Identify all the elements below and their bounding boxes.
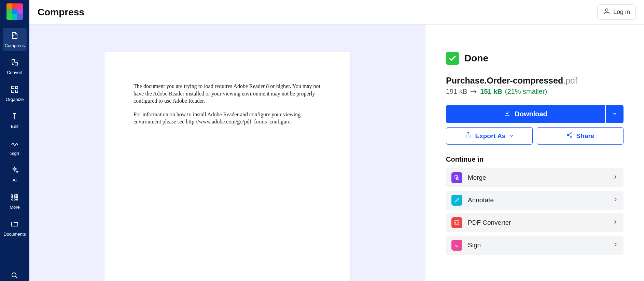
svg-point-13 bbox=[12, 273, 16, 277]
svg-rect-2 bbox=[12, 90, 14, 92]
continue-item-pdf-converter[interactable]: PDF Converter bbox=[446, 213, 624, 232]
filename-ext: .pdf bbox=[563, 76, 577, 85]
document-preview-pane[interactable]: The document you are trying to load requ… bbox=[29, 25, 425, 281]
continue-list: MergeAnnotatePDF ConverterSign bbox=[446, 168, 624, 255]
document-page: The document you are trying to load requ… bbox=[104, 52, 350, 281]
organize-icon bbox=[11, 85, 19, 95]
filename: Purchase.Order-compressed.pdf bbox=[446, 76, 624, 86]
svg-rect-0 bbox=[12, 86, 14, 89]
sidebar-item-compress[interactable]: Compress bbox=[3, 28, 27, 51]
svg-rect-18 bbox=[455, 176, 458, 178]
export-as-button[interactable]: Export As bbox=[446, 127, 533, 145]
edit-icon bbox=[11, 112, 19, 122]
sidebar-item-label: Convert bbox=[7, 70, 23, 75]
sidebar-item-label: Edit bbox=[11, 124, 18, 129]
app-logo[interactable] bbox=[6, 3, 23, 20]
svg-point-8 bbox=[14, 196, 15, 198]
share-icon bbox=[566, 132, 573, 140]
svg-point-12 bbox=[16, 199, 18, 200]
svg-point-14 bbox=[605, 9, 608, 11]
content: The document you are trying to load requ… bbox=[29, 25, 644, 281]
svg-point-6 bbox=[16, 194, 18, 195]
chevron-right-icon bbox=[613, 242, 618, 249]
user-icon bbox=[603, 8, 611, 17]
result-pane: Done Purchase.Order-compressed.pdf 191 k… bbox=[425, 25, 644, 281]
size-new: 151 kB bbox=[480, 88, 502, 95]
secondary-actions: Export As Share bbox=[446, 127, 624, 145]
svg-rect-3 bbox=[15, 90, 18, 92]
svg-point-11 bbox=[14, 199, 15, 200]
sidebar-item-convert[interactable]: Convert bbox=[3, 55, 27, 78]
continue-item-merge[interactable]: Merge bbox=[446, 168, 624, 187]
download-icon bbox=[504, 110, 510, 118]
sidebar-item-label: Organize bbox=[6, 97, 24, 102]
export-label: Export As bbox=[475, 132, 505, 140]
folder-icon bbox=[11, 220, 19, 230]
sidebar-item-ai[interactable]: AI bbox=[3, 163, 27, 186]
page-title: Compress bbox=[38, 7, 84, 18]
svg-point-10 bbox=[12, 199, 13, 200]
sidebar-item-organize[interactable]: Organize bbox=[3, 82, 27, 105]
annotate-icon bbox=[451, 195, 462, 206]
filename-base[interactable]: Purchase.Order-compressed bbox=[446, 76, 563, 86]
sidebar-item-label: Documents bbox=[3, 232, 26, 237]
ai-sparkle-icon bbox=[11, 166, 19, 176]
sidebar-item-edit[interactable]: Edit bbox=[3, 109, 27, 132]
sidebar-item-documents[interactable]: Documents bbox=[3, 217, 27, 239]
sidebar-item-label: More bbox=[10, 205, 20, 210]
continue-heading: Continue in bbox=[446, 156, 624, 163]
sign-icon bbox=[451, 240, 462, 251]
sidebar-item-label: AI bbox=[13, 178, 17, 183]
sidebar-item-more[interactable]: More bbox=[3, 190, 27, 212]
continue-item-annotate[interactable]: Annotate bbox=[446, 191, 624, 210]
login-label: Log in bbox=[613, 9, 630, 16]
login-button[interactable]: Log in bbox=[597, 4, 636, 20]
more-grid-icon bbox=[11, 193, 19, 203]
download-dropdown-button[interactable] bbox=[606, 105, 624, 123]
size-old: 191 kB bbox=[446, 88, 467, 95]
svg-point-5 bbox=[14, 194, 15, 195]
svg-rect-1 bbox=[15, 86, 18, 89]
svg-point-9 bbox=[16, 196, 18, 198]
svg-point-4 bbox=[12, 194, 13, 195]
sidebar-item-label: Compress bbox=[4, 43, 25, 48]
chevron-down-icon bbox=[612, 110, 618, 118]
compress-icon bbox=[11, 31, 19, 41]
check-icon bbox=[446, 52, 459, 65]
sign-icon bbox=[11, 139, 19, 149]
continue-item-label: PDF Converter bbox=[468, 219, 511, 226]
chevron-right-icon bbox=[613, 219, 618, 226]
share-label: Share bbox=[576, 132, 594, 140]
sidebar-item-label: Sign bbox=[10, 151, 19, 156]
sidebar-item-sign[interactable]: Sign bbox=[3, 136, 27, 159]
continue-item-label: Merge bbox=[468, 174, 486, 181]
download-button[interactable]: Download bbox=[446, 105, 605, 123]
caret-down-icon bbox=[509, 132, 514, 140]
status-label: Done bbox=[464, 53, 488, 64]
svg-point-7 bbox=[12, 196, 13, 198]
topbar: Compress Log in bbox=[29, 0, 644, 25]
chevron-right-icon bbox=[613, 174, 618, 181]
continue-item-label: Annotate bbox=[468, 196, 494, 204]
arrow-right-icon bbox=[470, 89, 477, 94]
download-row: Download bbox=[446, 105, 624, 123]
status-row: Done bbox=[446, 52, 624, 65]
continue-item-label: Sign bbox=[468, 241, 481, 249]
continue-item-sign[interactable]: Sign bbox=[446, 236, 624, 255]
share-button[interactable]: Share bbox=[537, 127, 624, 145]
merge-icon bbox=[451, 172, 462, 183]
document-paragraph: The document you are trying to load requ… bbox=[134, 83, 321, 105]
export-icon bbox=[465, 132, 472, 140]
sidebar-item-search[interactable] bbox=[3, 268, 27, 281]
sidebar: Compress Convert Organize Edit Sign AI bbox=[0, 0, 29, 281]
size-info: 191 kB 151 kB (21% smaller) bbox=[446, 88, 624, 95]
search-icon bbox=[11, 271, 19, 281]
size-percent: (21% smaller) bbox=[505, 88, 547, 95]
main-area: Compress Log in The document you are try… bbox=[29, 0, 644, 281]
document-paragraph: For information on how to install Adobe … bbox=[134, 111, 321, 125]
convert-icon bbox=[11, 58, 19, 68]
pdf-converter-icon bbox=[451, 217, 462, 228]
chevron-right-icon bbox=[613, 197, 618, 204]
download-label: Download bbox=[515, 110, 547, 118]
